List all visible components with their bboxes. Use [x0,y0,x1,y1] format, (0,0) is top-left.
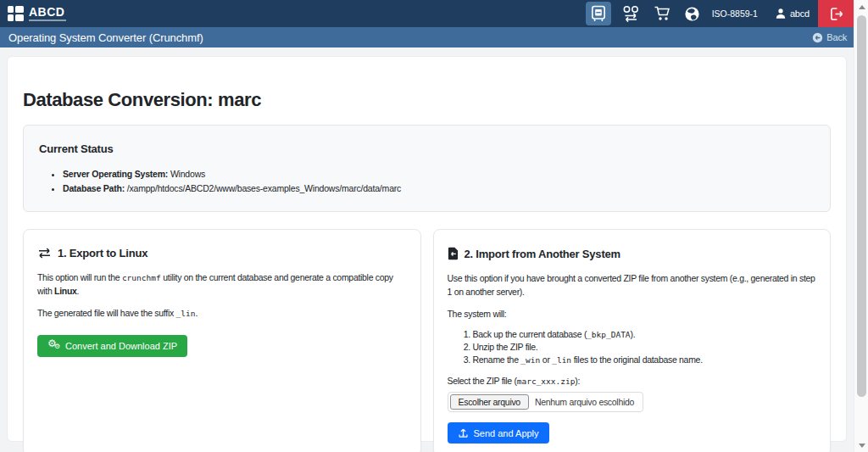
transfer-tool-button[interactable] [615,0,647,27]
status-item-path: Database Path: /xampp/htdocs/ABCD2/www/b… [63,183,815,193]
export-card-title: 1. Export to Linux [37,247,407,259]
app-logo[interactable]: ABCD [7,5,66,22]
back-icon [812,32,823,43]
user-icon [775,8,787,20]
cards-row: 1. Export to Linux This option will run … [23,229,831,452]
send-apply-button[interactable]: Send and Apply [448,422,549,444]
scrollbar-down-arrow[interactable] [854,439,868,451]
cart-icon [654,5,670,22]
acquisitions-button[interactable] [647,0,677,27]
username: abcd [790,8,810,19]
import-step-rename: Rename the _win or _lin files to the ori… [473,354,817,365]
upload-icon [458,427,469,438]
import-step-unzip: Unzip the ZIP file. [473,342,817,352]
scrollbar-up-arrow[interactable] [854,1,868,13]
navbar-actions: ISO-8859-1 abcd [582,0,854,27]
status-list: Server Operating System: Windows Databas… [39,169,815,193]
back-button[interactable]: Back [812,32,847,43]
import-card: 2. Import from Another System Use this o… [433,229,832,452]
import-card-title: 2. Import from Another System [448,247,817,260]
module-title: Operating System Converter (Crunchmf) [8,31,203,44]
database-tool-button[interactable] [586,2,611,25]
language-button[interactable] [677,0,707,27]
logout-button[interactable] [818,0,854,27]
zip-file-input[interactable]: Escolher arquivo Nenhum arquivo escolhid… [448,392,644,412]
file-import-icon [448,247,459,260]
current-status-panel: Current Status Server Operating System: … [23,125,831,212]
export-suffix-note: The generated file will have the suffix … [37,307,407,321]
status-heading: Current Status [39,142,815,155]
scrollbar-thumb[interactable] [857,15,866,397]
gears-icon: ⚙⚙ [47,340,60,352]
page-body: Database Conversion: marc Current Status… [0,47,854,442]
user-menu[interactable]: abcd [766,0,818,27]
choose-file-button[interactable]: Escolher arquivo [450,394,529,410]
import-steps: Back up the current database (_bkp_DATA)… [448,329,817,365]
globe-icon [684,6,700,22]
export-description: This option will run the crunchmf utilit… [37,271,407,299]
module-header: Operating System Converter (Crunchmf) Ba… [0,27,854,47]
scrollbar[interactable] [854,0,868,452]
database-icon [591,5,606,22]
import-step-backup: Back up the current database (_bkp_DATA)… [473,329,817,339]
import-intro: Use this option if you have brought a co… [448,272,817,299]
logo-text: ABCD [29,6,66,18]
main-container: Database Conversion: marc Current Status… [7,56,847,442]
status-item-os: Server Operating System: Windows [63,169,815,179]
logout-icon [828,6,844,22]
page-title: Database Conversion: marc [23,89,831,111]
top-navbar: ABCD [0,0,854,27]
abcd-logo-icon [7,5,25,22]
convert-download-button[interactable]: ⚙⚙ Convert and Download ZIP [37,335,187,357]
swap-arrows-icon [37,248,52,259]
logo-tagline [29,20,66,21]
zip-file-label: Select the ZIP file (marc_xxx.zip): [448,375,817,388]
charset-label[interactable]: ISO-8859-1 [707,0,766,27]
sitemap-icon [621,5,640,22]
app-window: ABCD [0,0,854,442]
system-will-heading: The system will: [448,308,817,321]
back-label: Back [826,32,847,42]
file-chosen-status: Nenhum arquivo escolhido [535,397,634,407]
export-card: 1. Export to Linux This option will run … [23,229,421,452]
